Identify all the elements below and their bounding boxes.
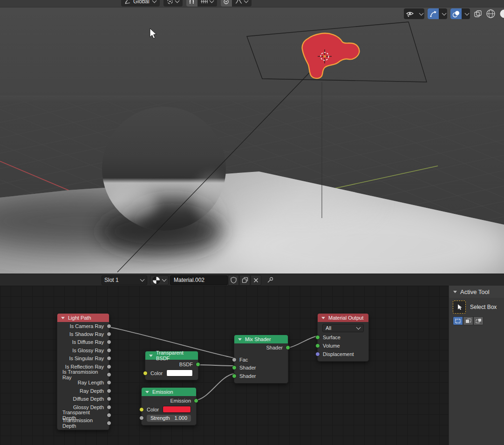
socket-in-strength[interactable] [139, 416, 144, 420]
browse-material-dropdown[interactable] [150, 275, 169, 285]
transparent-color-swatch[interactable] [166, 370, 193, 377]
chevron-down-icon [442, 11, 446, 15]
socket-in-color[interactable] [139, 407, 144, 412]
slot-label: Slot 1 [104, 277, 119, 283]
socket-out[interactable] [107, 340, 111, 344]
node-transparent-bsdf[interactable]: Transparent BSDF BSDF Color [145, 351, 198, 380]
proportional-editing-button[interactable] [221, 0, 232, 7]
active-tool-panel-header[interactable]: Active Tool [449, 286, 504, 298]
socket-out[interactable] [107, 332, 111, 336]
material-sphere-icon [152, 276, 160, 284]
unlink-material-button[interactable] [251, 275, 261, 286]
fake-user-button[interactable] [228, 275, 239, 286]
socket-out[interactable] [107, 397, 111, 401]
magnet-icon [189, 0, 195, 5]
socket-in-fac[interactable] [232, 357, 237, 362]
node-mix-shader[interactable]: Mix Shader Shader Fac Shader Shader [234, 335, 288, 383]
transform-orientation-dropdown[interactable]: Global [121, 0, 160, 7]
material-name-field[interactable]: Material.002 [170, 275, 228, 285]
collapse-icon[interactable] [321, 317, 325, 319]
collapse-icon[interactable] [149, 355, 153, 357]
new-material-button[interactable] [239, 275, 250, 286]
horizon-fade [0, 96, 504, 101]
strength-slider[interactable]: Strength 1.000 [147, 415, 191, 422]
node-header[interactable]: Light Path [57, 314, 109, 322]
falloff-curve-icon [235, 0, 242, 4]
pivot-point-dropdown[interactable] [163, 0, 183, 7]
collapse-icon[interactable] [238, 338, 242, 341]
socket-in-volume[interactable] [315, 343, 320, 348]
socket-out[interactable] [107, 389, 111, 393]
object-visibility-dropdown[interactable] [404, 8, 424, 19]
chevron-down-icon [244, 0, 248, 3]
chevron-down-icon [140, 277, 145, 282]
select-mode-subtract-button[interactable] [473, 316, 484, 325]
select-box-tool-icon[interactable] [453, 301, 466, 314]
3d-viewport[interactable]: Global [0, 0, 504, 274]
socket-out[interactable] [107, 364, 111, 369]
emission-color-swatch[interactable] [163, 406, 191, 413]
socket-out-bsdf[interactable] [196, 362, 200, 367]
collapse-icon[interactable] [61, 317, 65, 319]
collapse-icon [453, 291, 457, 293]
world-background [0, 7, 504, 100]
chevron-down-icon [356, 325, 361, 330]
gizmos-dropdown[interactable] [428, 8, 447, 19]
socket-in-color[interactable] [143, 371, 148, 376]
overlays-icon[interactable] [450, 8, 462, 19]
chevron-down-icon [209, 0, 214, 3]
shield-icon [231, 277, 237, 283]
pin-button[interactable] [265, 275, 275, 285]
orientation-label: Global [133, 0, 150, 5]
pin-icon [266, 276, 274, 284]
socket-out[interactable] [107, 348, 111, 353]
close-icon [253, 278, 259, 283]
socket-out-shader[interactable] [286, 345, 290, 350]
socket-out-emission[interactable] [194, 398, 198, 403]
select-mode-extend-button[interactable] [463, 316, 473, 325]
node-emission[interactable]: Emission Emission Color Strength 1.000 [141, 387, 197, 425]
node-header[interactable]: Mix Shader [234, 335, 288, 343]
socket-out[interactable] [107, 413, 111, 418]
proportional-circle-icon [223, 0, 229, 5]
viewport-scene[interactable] [0, 0, 504, 274]
xray-toggle-button[interactable] [474, 10, 482, 18]
gizmo-icon[interactable] [428, 8, 439, 19]
blender-window: Global [0, 0, 504, 445]
proportional-falloff-dropdown[interactable] [232, 0, 252, 7]
cursor-arrow-icon [456, 304, 463, 310]
socket-out[interactable] [107, 380, 111, 385]
node-light-path[interactable]: Light Path Is Camera Ray Is Shadow Ray I… [57, 313, 109, 430]
snap-toggle-button[interactable] [186, 0, 198, 7]
socket-in-displacement[interactable] [315, 352, 320, 356]
node-editor-header: Slot 1 Material.002 [0, 274, 504, 287]
viewport-header-right [401, 8, 504, 19]
socket-out[interactable] [107, 356, 111, 361]
collapse-icon[interactable] [145, 391, 149, 393]
node-header[interactable]: Transparent BSDF [145, 351, 198, 360]
snap-target-dropdown[interactable] [198, 0, 217, 7]
socket-out[interactable] [107, 421, 111, 425]
overlays-dropdown[interactable] [450, 8, 470, 19]
wireframe-shading-button[interactable] [486, 9, 496, 19]
socket-in-surface[interactable] [315, 335, 320, 340]
material-slot-dropdown[interactable]: Slot 1 [102, 275, 147, 285]
output-target-dropdown[interactable]: All [322, 324, 364, 332]
socket-out[interactable] [107, 324, 111, 329]
socket-in-shader1[interactable] [232, 365, 237, 370]
socket-out[interactable] [107, 405, 111, 410]
shader-node-editor[interactable]: Light Path Is Camera Ray Is Shadow Ray I… [0, 286, 504, 445]
socket-in-shader2[interactable] [232, 374, 237, 378]
select-mode-set-button[interactable] [453, 316, 463, 325]
chevron-down-icon [464, 11, 469, 15]
wireframe-globe-icon [486, 9, 496, 19]
node-header[interactable]: Material Output [318, 314, 368, 322]
node-material-output[interactable]: Material Output All Surface Volume Displ… [317, 313, 369, 362]
viewport-header: Global [0, 0, 504, 7]
solid-shading-button[interactable] [499, 9, 504, 19]
eye-icon [406, 11, 414, 17]
pivot-icon [167, 0, 173, 5]
socket-out[interactable] [107, 372, 111, 377]
chevron-down-icon [419, 11, 423, 15]
node-header[interactable]: Emission [142, 388, 196, 396]
